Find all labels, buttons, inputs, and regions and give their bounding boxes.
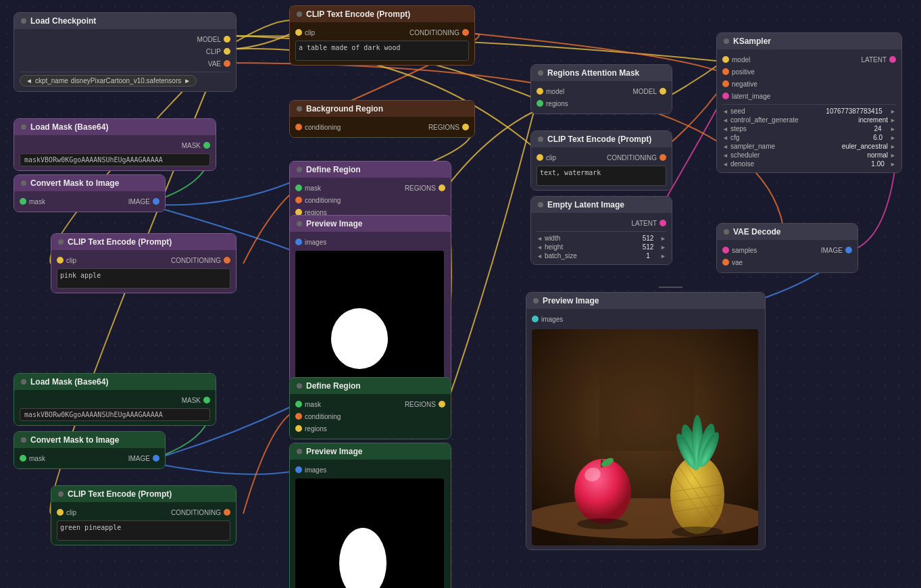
clip-in-port[interactable] (57, 509, 64, 516)
mask-label: MASK (182, 142, 201, 149)
vae-in-label: vae (732, 259, 743, 266)
load-mask-1-body: MASK maskVBORw0KGgoAAAANSUhEUgAAAGAAAAA (14, 135, 216, 170)
regions-out-port[interactable] (439, 185, 445, 191)
height-inc[interactable]: ► (660, 244, 666, 251)
height-label: height (545, 243, 563, 251)
latent-out-port[interactable] (889, 56, 896, 63)
height-value: 512 (638, 243, 658, 251)
clip-text-top-input[interactable]: a table made of dark wood (295, 41, 469, 61)
clip-text-2-input[interactable]: green pineapple (57, 520, 230, 541)
conditioning-in-port[interactable] (295, 413, 302, 420)
image-out-port[interactable] (845, 247, 852, 253)
steps-dec[interactable]: ◄ (722, 126, 728, 132)
svg-point-23 (577, 518, 628, 529)
negative-in-port[interactable] (722, 80, 729, 87)
control-inc[interactable]: ► (890, 117, 896, 124)
regions-out-port[interactable] (462, 124, 469, 130)
regions-in-port[interactable] (295, 425, 302, 432)
latent-out-label: LATENT (631, 220, 657, 227)
cfg-inc[interactable]: ► (890, 134, 896, 141)
mask-in-port[interactable] (20, 198, 26, 205)
batch-dec[interactable]: ◄ (537, 253, 543, 260)
node-status-dot (297, 449, 302, 454)
width-dec[interactable]: ◄ (537, 235, 543, 242)
clip-text-watermark-header: CLIP Text Encode (Prompt) (531, 131, 672, 147)
denoise-inc[interactable]: ► (890, 161, 896, 168)
denoise-dec[interactable]: ◄ (722, 161, 728, 168)
steps-inc[interactable]: ► (890, 126, 896, 132)
latent-image-in-label: latent_image (732, 93, 770, 100)
model-output-port[interactable] (224, 36, 230, 43)
conditioning-out-port[interactable] (224, 257, 230, 264)
image-out-port[interactable] (153, 455, 159, 462)
preview-2-canvas (295, 479, 444, 588)
model-in-port[interactable] (537, 88, 543, 95)
scheduler-inc[interactable]: ► (890, 152, 896, 159)
image-out-port[interactable] (153, 198, 159, 205)
clip-text-1-input[interactable]: pink apple (57, 268, 230, 289)
node-status-dot (297, 221, 302, 226)
svg-point-24 (672, 526, 723, 537)
mask-port[interactable] (203, 142, 210, 149)
clip-in-port[interactable] (537, 154, 543, 161)
mask-port[interactable] (203, 397, 210, 403)
positive-in-port[interactable] (722, 68, 729, 75)
seed-dec[interactable]: ◄ (722, 108, 728, 115)
conditioning-out-port[interactable] (224, 509, 230, 516)
images-in-port[interactable] (295, 466, 302, 473)
sampler-inc[interactable]: ► (890, 143, 896, 150)
conditioning-in-port[interactable] (295, 197, 302, 203)
images-in-port[interactable] (532, 316, 539, 322)
height-dec[interactable]: ◄ (537, 244, 543, 251)
define-region-2-header: Define Region (290, 378, 451, 394)
scheduler-label: scheduler (730, 151, 760, 159)
vae-output-label: VAE (208, 60, 221, 68)
clip-output-port[interactable] (224, 48, 230, 55)
vae-output-port[interactable] (224, 60, 230, 67)
load-checkpoint-title: Load Checkpoint (30, 16, 96, 26)
regions-out-port[interactable] (439, 401, 445, 408)
preview-image-2-body: images (290, 460, 451, 588)
model-out-port[interactable] (659, 88, 666, 95)
clip-in-port[interactable] (295, 29, 302, 36)
conditioning-out-port[interactable] (659, 154, 666, 161)
clip-io-row: clip CONDITIONING (537, 151, 666, 164)
steps-label: steps (730, 125, 747, 132)
preview-image-1-node: Preview Image images (289, 215, 451, 384)
sampler-dec[interactable]: ◄ (722, 143, 728, 150)
convert-mask-2-body: mask IMAGE (14, 448, 165, 468)
conditioning-out-port[interactable] (462, 29, 469, 36)
vae-decode-header: VAE Decode (717, 224, 857, 240)
vae-in-port[interactable] (722, 259, 729, 266)
mask-in-port[interactable] (20, 455, 26, 462)
scheduler-dec[interactable]: ◄ (722, 152, 728, 159)
width-inc[interactable]: ► (660, 235, 666, 242)
conditioning-row: conditioning (295, 194, 445, 206)
regions-out-label: REGIONS (428, 124, 459, 131)
conditioning-in-port[interactable] (295, 124, 302, 130)
mask-in-label: mask (305, 185, 321, 192)
latent-image-in-port[interactable] (722, 93, 729, 99)
background-region-node: Background Region conditioning REGIONS (289, 100, 475, 138)
batch-inc[interactable]: ► (660, 253, 666, 260)
node-status-dot (538, 70, 543, 76)
control-dec[interactable]: ◄ (722, 117, 728, 124)
images-in-port[interactable] (295, 239, 302, 245)
samples-in-port[interactable] (722, 247, 729, 253)
latent-out-port[interactable] (659, 220, 666, 226)
cfg-value: 6.0 (868, 134, 888, 141)
cfg-dec[interactable]: ◄ (722, 134, 728, 141)
mask-in-port[interactable] (295, 401, 302, 408)
regions-in-port[interactable] (537, 100, 543, 107)
height-param: ◄ height 512 ► (537, 243, 666, 251)
ckpt-chip[interactable]: ◄ ckpt_name disneyPixarCartoon_v10.safet… (20, 75, 197, 87)
model-in-port[interactable] (722, 56, 729, 63)
samples-in-label: samples (732, 247, 757, 254)
clip-in-port[interactable] (57, 257, 64, 264)
model-io-row: model MODEL (537, 85, 666, 97)
seed-inc[interactable]: ► (890, 108, 896, 115)
clip-text-watermark-input[interactable]: text, watermark (537, 166, 666, 186)
mask-in-port[interactable] (295, 185, 302, 191)
model-in-label: model (732, 56, 750, 64)
node-status-dot (724, 39, 729, 44)
